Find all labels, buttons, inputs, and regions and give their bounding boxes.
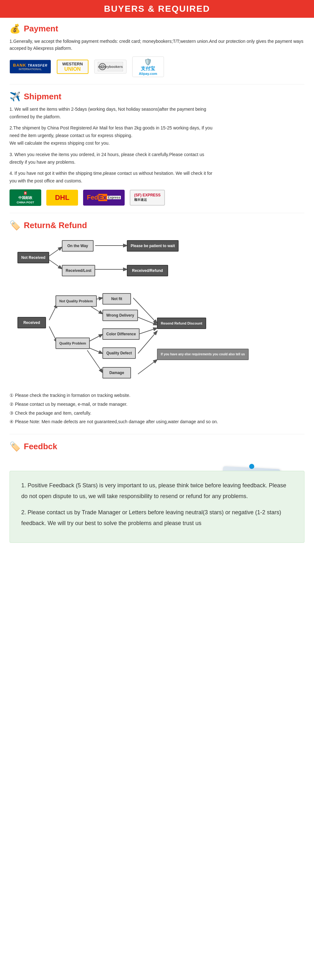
dhl-logo: DHL <box>46 190 78 205</box>
payment-title-row: 💰 Payment <box>10 24 304 34</box>
flow-not-fit: Not fit <box>102 293 131 305</box>
payment-icon: 💰 <box>10 24 21 34</box>
return-note-3: ③ Check the package and Item, carefully. <box>10 410 304 417</box>
shipment-point-1: 1. We will sent the items within 2-5days… <box>10 106 213 121</box>
flowchart-svg <box>14 234 300 387</box>
flow-damage: Damage <box>102 367 131 379</box>
shipment-icon: ✈️ <box>10 91 21 102</box>
return-heading: Return& Refund <box>24 221 87 230</box>
flow-on-the-way: On the Way <box>62 240 94 251</box>
shipment-heading: Shipment <box>24 92 61 102</box>
feedback-section: 🏷️ Feedbck Feedback 1. Positive Feedback… <box>0 436 314 549</box>
feedback-point-1: 1. Positive Feedback (5 Stars) is very i… <box>21 480 293 501</box>
svg-line-6 <box>49 260 62 269</box>
flow-received-lost: Received/Lost <box>62 265 95 276</box>
svg-line-17 <box>138 328 157 334</box>
payment-logos: BANK TRANSFER INTERNATIONAL WESTERN UNIO… <box>10 56 304 77</box>
flow-quality: Quality Problem <box>56 337 90 349</box>
shipment-point-4: 4. If you have not got it within the shi… <box>10 170 213 185</box>
alipay-logo: 🛡️ 支付宝 Alipay.com <box>132 56 164 77</box>
payment-description: 1.Generally, we accept the following pay… <box>10 38 304 52</box>
fedex-logo: FedEx Express <box>83 190 125 205</box>
flow-wrong-delivery: Wrong Delivery <box>102 310 138 321</box>
payment-section: 💰 Payment 1.Generally, we accept the fol… <box>0 18 314 83</box>
svg-line-18 <box>138 331 157 353</box>
shipping-logos: 📮中国邮政CHINA POST DHL FedEx Express (SF) E… <box>10 189 304 206</box>
return-note-4: ④ Please Note: Men made defects are not … <box>10 418 304 426</box>
return-section: 🏷️ Return& Refund <box>0 215 314 433</box>
feedback-pin <box>249 464 254 469</box>
flow-color-diff: Color Difference <box>102 328 140 340</box>
svg-line-19 <box>138 360 157 374</box>
shipment-point-2: 2.The shipment by China Post Registered … <box>10 124 213 147</box>
return-note-2: ② Please contact us by meesage, e-mail, … <box>10 401 304 408</box>
flow-received-refund: Received/Refund <box>127 265 168 276</box>
western-union-logo: WESTERN UNION <box>57 60 89 74</box>
bank-transfer-logo: BANK TRANSFER INTERNATIONAL <box>10 60 51 73</box>
flow-not-quality: Not Quality Problem <box>56 295 97 307</box>
flow-if-else: If you have any else requirements you co… <box>157 348 249 360</box>
page-header: BUYERS & REQUIRED <box>0 0 314 18</box>
return-note-1: ① Please check the tracking in formation… <box>10 392 304 399</box>
feedback-heading: Feedbck <box>24 442 57 452</box>
svg-line-4 <box>49 247 62 256</box>
shipment-title-row: ✈️ Shipment <box>10 91 304 102</box>
return-notes: ① Please check the tracking in formation… <box>10 392 304 426</box>
shipment-section: ✈️ Shipment 1. We will sent the items wi… <box>0 86 314 212</box>
feedback-content: 1. Positive Feedback (5 Stars) is very i… <box>10 471 304 543</box>
flow-not-received: Not Received <box>17 252 49 263</box>
svg-line-14 <box>87 350 102 372</box>
page-title: BUYERS & REQUIRED <box>0 4 314 14</box>
feedback-icon: 🏷️ <box>10 441 21 452</box>
shipment-point-3: 3. When you receive the items you ordere… <box>10 151 213 166</box>
return-title-row: 🏷️ Return& Refund <box>10 220 304 231</box>
feedback-title-row: 🏷️ Feedbck <box>10 441 304 452</box>
moneybookers-logo: moneybookers <box>94 60 127 73</box>
flow-resend: Resend Refund Discount <box>157 318 206 329</box>
flow-quality-defect: Quality Defect <box>102 347 136 359</box>
sf-express-logo: (SF) EXPRESS顺丰速运 <box>130 190 165 205</box>
return-icon: 🏷️ <box>10 220 21 231</box>
china-post-logo: 📮中国邮政CHINA POST <box>10 189 41 206</box>
flowchart: Not Received On the Way Please be patien… <box>14 234 300 387</box>
flow-please-wait: Please be patient to wait <box>127 240 179 251</box>
feedback-point-2: 2. Please contact us by Trade Manager or… <box>21 507 293 528</box>
payment-heading: Payment <box>24 24 58 33</box>
flow-received: Received <box>17 317 46 328</box>
